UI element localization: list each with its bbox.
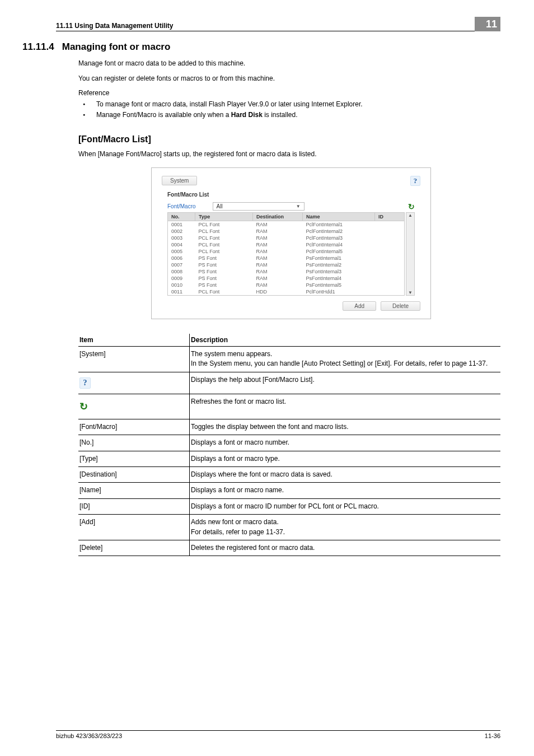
cell xyxy=(375,275,405,282)
description-cell: Deletes the registered font or macro dat… xyxy=(190,540,501,556)
table-row[interactable]: 0009PS FontRAMPsFontInternal4 xyxy=(168,275,405,282)
scroll-down-icon[interactable]: ▼ xyxy=(408,290,413,295)
cell: RAM xyxy=(253,235,303,241)
header-section: 11.11 Using Data Management Utility xyxy=(56,22,475,30)
cell xyxy=(375,221,405,228)
scrollbar[interactable]: ▲ ▼ xyxy=(406,212,415,296)
table-row[interactable]: 0007PS FontRAMPsFontInternal2 xyxy=(168,262,405,268)
chapter-chip: 11 xyxy=(475,17,500,31)
table-row: [Add]Adds new font or macro data. For de… xyxy=(78,515,500,540)
cell: PclFontInternal5 xyxy=(303,248,375,255)
cell: PS Font xyxy=(195,268,253,275)
cell: 0003 xyxy=(168,235,195,241)
cell: 0005 xyxy=(168,248,195,255)
reference-label: Reference xyxy=(78,89,500,97)
delete-button[interactable]: Delete xyxy=(381,301,420,311)
paragraph: Manage font or macro data to be added to… xyxy=(78,58,500,69)
refresh-icon[interactable]: ↻ xyxy=(408,202,415,211)
cell: PsFontInternal1 xyxy=(303,255,375,262)
fontmacro-toggle-link[interactable]: Font/Macro xyxy=(167,203,196,209)
cell: PCL Font xyxy=(195,221,253,228)
cell: PCL Font xyxy=(195,228,253,235)
col-no[interactable]: No. xyxy=(168,212,195,221)
col-type[interactable]: Type xyxy=(195,212,253,221)
cell: PsFontInternal5 xyxy=(303,282,375,288)
cell: 0008 xyxy=(168,268,195,275)
table-row: [System]The system menu appears. In the … xyxy=(78,346,500,372)
item-cell: [System] xyxy=(78,346,190,372)
cell xyxy=(375,248,405,255)
description-cell: Displays a font or macro ID number for P… xyxy=(190,498,501,514)
table-row[interactable]: 0003PCL FontRAMPclFontInternal3 xyxy=(168,235,405,241)
table-row[interactable]: 0011PCL FontHDDPclFontHdd1 xyxy=(168,288,405,296)
fontmacro-filter-select[interactable]: All ▼ xyxy=(213,202,305,211)
cell xyxy=(375,228,405,235)
cell xyxy=(375,235,405,241)
cell xyxy=(375,268,405,275)
filter-value: All xyxy=(217,203,223,209)
item-cell: [ID] xyxy=(78,498,190,514)
cell: RAM xyxy=(253,248,303,255)
scroll-up-icon[interactable]: ▲ xyxy=(408,213,413,218)
cell xyxy=(375,262,405,268)
chevron-down-icon: ▼ xyxy=(296,204,301,209)
cell: PsFontInternal2 xyxy=(303,262,375,268)
cell xyxy=(375,282,405,288)
description-cell: Refreshes the font or macro list. xyxy=(190,394,501,419)
table-row: ?Displays the help about [Font/Macro Lis… xyxy=(78,372,500,394)
item-cell: [Name] xyxy=(78,483,190,498)
table-row: [Font/Macro]Toggles the display between … xyxy=(78,419,500,435)
cell: RAM xyxy=(253,262,303,268)
page-footer: bizhub 423/363/283/223 11-36 xyxy=(56,730,500,739)
cell: PsFontInternal3 xyxy=(303,268,375,275)
table-row[interactable]: 0010PS FontRAMPsFontInternal5 xyxy=(168,282,405,288)
help-icon[interactable]: ? xyxy=(410,176,420,186)
subsection-heading: [Font/Macro List] xyxy=(78,134,500,144)
table-row: [Name]Displays a font or macro name. xyxy=(78,483,500,498)
cell xyxy=(375,241,405,248)
cell: 0004 xyxy=(168,241,195,248)
text: Manage Font/Macro is available only when… xyxy=(96,111,231,119)
cell: PCL Font xyxy=(195,288,253,296)
cell: PclFontHdd1 xyxy=(303,288,375,296)
table-row: [Delete]Deletes the registered font or m… xyxy=(78,540,500,556)
description-cell: Displays a font or macro type. xyxy=(190,451,501,466)
cell: PclFontInternal1 xyxy=(303,221,375,228)
th-description: Description xyxy=(190,334,501,347)
item-cell: [Delete] xyxy=(78,540,190,556)
cell: PclFontInternal3 xyxy=(303,235,375,241)
cell: 0007 xyxy=(168,262,195,268)
cell: PS Font xyxy=(195,282,253,288)
footer-page-number: 11-36 xyxy=(485,732,500,739)
cell: RAM xyxy=(253,228,303,235)
cell: PCL Font xyxy=(195,248,253,255)
table-row[interactable]: 0006PS FontRAMPsFontInternal1 xyxy=(168,255,405,262)
fontmacro-window: System ? Font/Macro List Font/Macro All … xyxy=(151,167,431,319)
table-row[interactable]: 0005PCL FontRAMPclFontInternal5 xyxy=(168,248,405,255)
item-cell: [Font/Macro] xyxy=(78,419,190,435)
col-id[interactable]: ID xyxy=(375,212,405,221)
col-destination[interactable]: Destination xyxy=(253,212,303,221)
col-name[interactable]: Name xyxy=(303,212,375,221)
cell: 0009 xyxy=(168,275,195,282)
th-item: Item xyxy=(78,334,190,347)
description-cell: Adds new font or macro data. For details… xyxy=(190,515,501,540)
table-row[interactable]: 0004PCL FontRAMPclFontInternal4 xyxy=(168,241,405,248)
description-table: Item Description [System]The system menu… xyxy=(78,334,500,556)
text: is installed. xyxy=(263,111,298,119)
table-row: [ID]Displays a font or macro ID number f… xyxy=(78,498,500,514)
system-menu-button[interactable]: System xyxy=(162,176,197,185)
item-cell: [Destination] xyxy=(78,467,190,483)
cell: 0001 xyxy=(168,221,195,228)
description-cell: Toggles the display between the font and… xyxy=(190,419,501,435)
table-row[interactable]: 0002PCL FontRAMPclFontInternal2 xyxy=(168,228,405,235)
cell: PCL Font xyxy=(195,241,253,248)
fontmacro-table: No. Type Destination Name ID 0001PCL Fon… xyxy=(167,212,405,296)
table-row[interactable]: 0001PCL FontRAMPclFontInternal1 xyxy=(168,221,405,228)
cell: PS Font xyxy=(195,262,253,268)
help-icon: ? xyxy=(79,377,91,389)
cell: PS Font xyxy=(195,255,253,262)
add-button[interactable]: Add xyxy=(343,301,376,311)
table-row: [Type]Displays a font or macro type. xyxy=(78,451,500,466)
table-row[interactable]: 0008PS FontRAMPsFontInternal3 xyxy=(168,268,405,275)
